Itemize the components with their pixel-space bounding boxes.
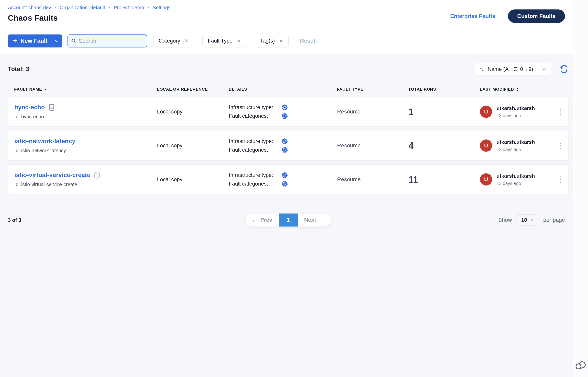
fault-name-cell: istio-virtual-service-create Id: istio-v… <box>14 172 157 187</box>
custom-faults-tab[interactable]: Custom Faults <box>508 10 565 23</box>
sort-select[interactable]: ↑↓ Name (A→Z, 0→9) <box>474 63 551 75</box>
filter-chip-tags[interactable]: Tag(s) ✕ <box>255 35 288 47</box>
refresh-icon[interactable] <box>559 65 568 74</box>
filter-chip-fault-type[interactable]: Fault Type ✕ <box>203 35 246 47</box>
close-icon[interactable]: ✕ <box>237 39 241 43</box>
close-icon[interactable]: ✕ <box>185 39 189 43</box>
chevron-down-icon <box>543 68 545 71</box>
new-fault-dropdown-button[interactable] <box>52 35 62 47</box>
help-chat-button[interactable] <box>575 358 587 371</box>
breadcrumb-settings-link[interactable]: Settings <box>153 5 170 11</box>
fault-name-link[interactable]: istio-virtual-service-create <box>14 172 90 179</box>
show-label: Show <box>498 217 512 223</box>
pagination-row: 3 of 3 ← Prev 1 Next → Show 10 <box>8 213 568 227</box>
filter-chip-category[interactable]: Category ✕ <box>153 35 194 47</box>
prev-page-button[interactable]: ← Prev <box>245 213 279 226</box>
page-size-controls: Show 10 per page <box>498 214 568 226</box>
avatar: U <box>480 106 492 118</box>
breadcrumb-account-link[interactable]: Account: chaos-dev <box>8 5 51 11</box>
kubernetes-icon <box>282 181 288 187</box>
close-icon[interactable]: ✕ <box>279 39 283 43</box>
breadcrumb-project-link[interactable]: Project: demo <box>114 5 144 11</box>
column-label: FAULT TYPE <box>337 87 363 92</box>
avatar: U <box>480 140 492 152</box>
fault-list: byoc-echo Id: byoc-echo Local copy Infra… <box>8 97 568 194</box>
kubernetes-icon <box>282 104 288 110</box>
modified-by: utkarsh.utkarsh <box>497 173 535 179</box>
table-row: istio-virtual-service-create Id: istio-v… <box>8 165 568 194</box>
filter-chip-label: Tag(s) <box>260 38 275 44</box>
list-controls: Total: 3 ↑↓ Name (A→Z, 0→9) <box>8 63 568 75</box>
column-header-local-or-reference: LOCAL OR REFERENCE <box>157 87 229 92</box>
pager: ← Prev 1 Next → <box>245 213 331 227</box>
row-menu-kebab-icon[interactable]: ⋮ <box>554 175 567 184</box>
manifest-doc-icon[interactable] <box>49 104 54 111</box>
toolbar: + New Fault Category ✕ <box>0 28 573 54</box>
table-header: FAULT NAME ▲ LOCAL OR REFERENCE DETAILS … <box>8 87 568 92</box>
row-menu-kebab-icon[interactable]: ⋮ <box>554 141 567 150</box>
manifest-doc-icon[interactable] <box>94 172 100 179</box>
column-header-fault-type: FAULT TYPE <box>337 87 408 92</box>
fault-id: Id: istio-network-latency <box>14 148 157 153</box>
search-input[interactable] <box>79 38 144 44</box>
kubernetes-icon <box>282 147 288 153</box>
breadcrumb-separator-icon: › <box>109 5 110 10</box>
page-size-select[interactable]: 10 <box>517 214 538 226</box>
main-panel: Account: chaos-dev › Organization: defau… <box>0 0 573 377</box>
column-label: FAULT NAME <box>14 87 42 92</box>
breadcrumb-separator-icon: › <box>55 5 56 10</box>
page-title: Chaos Faults <box>8 14 170 23</box>
reset-filters-button[interactable]: Reset <box>300 38 316 44</box>
chevron-down-icon <box>532 219 534 221</box>
fault-categories-label: Fault categories: <box>229 113 282 119</box>
next-page-button[interactable]: Next → <box>298 213 331 226</box>
plus-icon: + <box>13 37 17 44</box>
table-row: istio-network-latency Id: istio-network-… <box>8 130 568 161</box>
breadcrumb-organization-link[interactable]: Organization: default <box>60 5 105 11</box>
arrow-left-icon: ← <box>252 217 257 223</box>
local-or-reference-cell: Local copy <box>157 177 229 183</box>
row-menu-kebab-icon[interactable]: ⋮ <box>554 107 567 117</box>
total-runs-cell: 11 <box>408 174 480 185</box>
prev-label: Prev <box>260 217 272 223</box>
kubernetes-icon <box>282 138 288 144</box>
fault-name-link[interactable]: byoc-echo <box>14 104 45 111</box>
fault-type-cell: Resource <box>337 108 408 115</box>
breadcrumb: Account: chaos-dev › Organization: defau… <box>8 5 170 11</box>
kubernetes-icon <box>282 172 288 178</box>
modified-at: 13 days ago <box>497 181 535 186</box>
list-controls-right: ↑↓ Name (A→Z, 0→9) <box>474 63 568 75</box>
chat-bubbles-icon <box>575 358 587 371</box>
fault-categories-label: Fault categories: <box>229 181 282 187</box>
content-area: Total: 3 ↑↓ Name (A→Z, 0→9) <box>0 54 573 377</box>
fault-name-link[interactable]: istio-network-latency <box>14 138 75 145</box>
per-page-label: per page <box>543 217 565 223</box>
sort-both-icon: ▲▼ <box>516 87 519 91</box>
search-box <box>68 35 147 47</box>
filter-chip-label: Fault Type <box>208 38 233 44</box>
details-cell: Infrastructure type: Fault categories: <box>229 138 337 153</box>
new-fault-label: New Fault <box>21 38 47 44</box>
page-number-button[interactable]: 1 <box>279 213 298 226</box>
header-right: Enterprise Faults Custom Faults <box>450 5 565 24</box>
last-modified-cell: U utkarsh.utkarsh 13 days ago <box>480 173 553 186</box>
sort-arrows-icon: ↑↓ <box>480 66 483 72</box>
kubernetes-icon <box>282 113 288 119</box>
fault-id: Id: istio-virtual-service-create <box>14 182 157 187</box>
right-rail <box>573 0 588 377</box>
total-runs-cell: 4 <box>408 140 480 151</box>
enterprise-faults-tab[interactable]: Enterprise Faults <box>450 13 495 19</box>
column-label: TOTAL RUNS <box>408 87 436 92</box>
chevron-down-icon <box>55 38 58 42</box>
search-icon <box>71 38 76 44</box>
fault-categories-label: Fault categories: <box>229 147 282 153</box>
breadcrumb-separator-icon: › <box>147 5 149 10</box>
last-modified-cell: U utkarsh.utkarsh 13 days ago <box>480 139 553 152</box>
next-label: Next <box>304 217 316 223</box>
column-header-fault-name[interactable]: FAULT NAME ▲ <box>14 87 157 92</box>
new-fault-button[interactable]: + New Fault <box>8 35 52 47</box>
page-summary: 3 of 3 <box>8 217 245 223</box>
table-row: byoc-echo Id: byoc-echo Local copy Infra… <box>8 97 568 127</box>
column-header-last-modified[interactable]: LAST MODIFIED ▲▼ <box>480 87 553 92</box>
total-count: Total: 3 <box>8 66 29 73</box>
